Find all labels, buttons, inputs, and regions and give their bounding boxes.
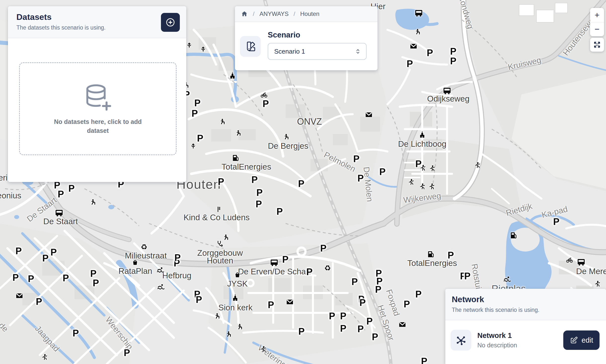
network-panel-header: Network The network this scenario is usi… [445, 289, 606, 320]
network-icon-tile [451, 330, 471, 351]
breadcrumb-separator: / [294, 10, 295, 17]
datasets-empty-text: No datasets here, click to add dataset [46, 117, 150, 135]
fullscreen-button[interactable] [590, 38, 604, 52]
scenario-select[interactable]: Scenario 1 [268, 43, 367, 60]
network-panel: Network The network this scenario is usi… [445, 289, 606, 364]
network-icon [455, 334, 467, 346]
zoom-out-button[interactable]: − [590, 22, 604, 36]
add-dataset-button[interactable] [161, 13, 180, 32]
network-name: Network 1 [477, 331, 557, 340]
database-add-icon [83, 82, 113, 112]
network-item: Network 1 No description edit [445, 320, 606, 351]
datasets-title: Datasets [16, 12, 178, 22]
chevron-up-down-icon [354, 48, 362, 55]
zoom-in-button[interactable]: + [590, 8, 604, 22]
scenario-panel: / ANYWAYS / Houten Scenario Scenario 1 [235, 6, 378, 70]
datasets-subtitle: The datasets this scenario is using. [16, 24, 178, 31]
datasets-panel-header: Datasets The datasets this scenario is u… [8, 6, 186, 38]
breadcrumb-item-houten[interactable]: Houten [300, 10, 319, 17]
breadcrumb-item-anyways[interactable]: ANYWAYS [260, 10, 289, 17]
network-title: Network [452, 295, 599, 304]
scenario-body: Scenario Scenario 1 [235, 22, 378, 60]
edit-network-button[interactable]: edit [563, 330, 600, 350]
map-zoom-controls: + − [590, 8, 604, 36]
datasets-panel: Datasets The datasets this scenario is u… [8, 6, 186, 182]
scenario-icon-tile [240, 36, 261, 57]
home-icon[interactable] [241, 10, 248, 17]
network-description: No description [477, 342, 557, 349]
breadcrumb: / ANYWAYS / Houten [235, 6, 378, 22]
pencil-square-icon [570, 336, 578, 344]
app-root: HoutenTotalEnergiesDe BergjesONVZPelmole… [0, 0, 606, 364]
breadcrumb-separator: / [253, 10, 255, 17]
swatch-icon [245, 41, 256, 52]
fullscreen-icon [593, 40, 601, 49]
scenario-title: Scenario [268, 31, 372, 39]
scenario-select-value: Scenario 1 [274, 48, 354, 55]
circle-plus-icon [165, 17, 176, 28]
edit-network-label: edit [582, 336, 593, 344]
dataset-dropzone[interactable]: No datasets here, click to add dataset [19, 62, 177, 155]
network-subtitle: The network this scenario is using. [452, 307, 599, 313]
